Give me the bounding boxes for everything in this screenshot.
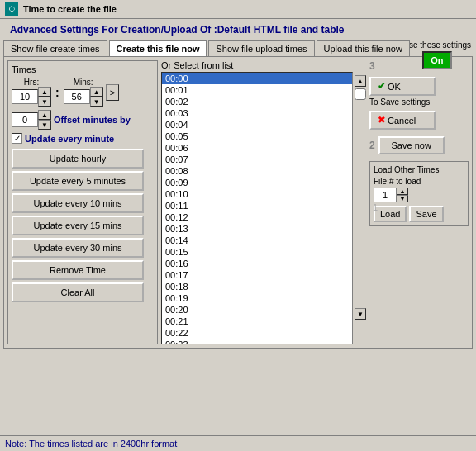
time-list-item[interactable]: 00:06 — [162, 142, 352, 154]
tab-show-create[interactable]: Show file create times — [3, 40, 107, 56]
mins-arrows: ▲ ▼ — [90, 87, 103, 107]
hrs-spinner: ▲ ▼ — [12, 87, 51, 107]
time-list-item[interactable]: 00:03 — [162, 107, 352, 119]
time-list-item[interactable]: 00:21 — [162, 316, 352, 327]
file-label: File # to load — [374, 177, 464, 186]
badge-2: 2 — [369, 140, 375, 151]
load-other-title: Load Other Times — [374, 165, 464, 174]
time-list-container[interactable]: 00:0000:0100:0200:0300:0400:0500:0600:07… — [161, 72, 353, 344]
number-label-1: 1 — [373, 202, 378, 212]
list-scroll-down[interactable]: ▼ — [355, 308, 366, 320]
cancel-x-icon: ✖ — [378, 115, 385, 126]
hrs-arrows: ▲ ▼ — [38, 87, 51, 107]
time-list-item[interactable]: 00:07 — [162, 154, 352, 165]
time-list-item[interactable]: 00:22 — [162, 327, 352, 339]
list-checkbox[interactable] — [355, 88, 366, 100]
mins-down-btn[interactable]: ▼ — [90, 97, 103, 107]
list-scroll-up[interactable]: ▲ — [355, 75, 366, 87]
mins-spinner: ▲ ▼ — [64, 87, 103, 107]
file-up-btn[interactable]: ▲ — [397, 188, 408, 195]
time-list-item[interactable]: 00:00 — [162, 73, 352, 84]
update-hourly-btn[interactable]: Update hourly — [12, 149, 144, 169]
file-spinner: ▲ ▼ — [374, 188, 464, 202]
time-list-item[interactable]: 00:14 — [162, 235, 352, 246]
update-10min-btn[interactable]: Update every 10 mins — [12, 193, 144, 213]
right-panel: 3 ✔ OK To Save settings ✖ Cancel 2 Save … — [369, 60, 469, 344]
mins-up-btn[interactable]: ▲ — [90, 87, 103, 97]
load-button[interactable]: Load — [374, 206, 407, 222]
load-other-box: Load Other Times File # to load ▲ ▼ Load… — [369, 161, 469, 226]
hrs-label: Hrs: — [24, 78, 39, 87]
time-list: 00:0000:0100:0200:0300:0400:0500:0600:07… — [162, 73, 352, 344]
to-save-label: To Save settings — [369, 97, 469, 107]
ok-label: OK — [388, 82, 401, 92]
offset-up-btn[interactable]: ▲ — [38, 110, 51, 120]
time-list-item[interactable]: 00:10 — [162, 188, 352, 200]
time-list-item[interactable]: 00:18 — [162, 281, 352, 292]
time-list-item[interactable]: 00:17 — [162, 269, 352, 281]
time-list-item[interactable]: 00:13 — [162, 223, 352, 235]
update-checkbox[interactable]: ✓ — [12, 133, 22, 144]
hrs-input[interactable] — [12, 89, 38, 104]
offset-spinner: ▲ ▼ — [12, 110, 51, 130]
time-list-item[interactable]: 00:19 — [162, 292, 352, 304]
time-list-item[interactable]: 00:01 — [162, 84, 352, 96]
mins-input[interactable] — [64, 89, 90, 104]
times-title: Times — [12, 64, 154, 74]
load-save-row: Load Save — [374, 206, 464, 222]
time-list-item[interactable]: 00:08 — [162, 165, 352, 177]
toggle-label: Use these settings — [403, 40, 471, 50]
file-input[interactable] — [374, 188, 397, 202]
arrow-right-btn[interactable]: > — [106, 84, 119, 101]
update-5min-btn[interactable]: Update every 5 minutes — [12, 171, 144, 191]
update-15min-btn[interactable]: Update every 15 mins — [12, 216, 144, 235]
title-icon: ⏱ — [5, 2, 18, 16]
save-button[interactable]: Save — [409, 206, 443, 222]
clear-all-btn[interactable]: Clear All — [12, 282, 144, 302]
tab-show-upload[interactable]: Show file upload times — [208, 40, 314, 56]
time-list-item[interactable]: 00:04 — [162, 119, 352, 131]
ok-checkmark-icon: ✔ — [378, 81, 385, 92]
hrs-mins-row: Hrs: ▲ ▼ : Mins: ▲ ▼ — [12, 78, 154, 107]
offset-row: ▲ ▼ Offset minutes by — [12, 110, 154, 130]
update-30min-btn[interactable]: Update every 30 mins — [12, 238, 144, 258]
time-list-item[interactable]: 00:12 — [162, 211, 352, 223]
time-list-item[interactable]: 00:02 — [162, 96, 352, 107]
title-bar: ⏱ Time to create the file — [0, 0, 476, 19]
offset-input[interactable] — [12, 112, 38, 127]
advanced-label: Advanced Settings For Creation/Upload Of… — [5, 21, 349, 39]
mins-group: Mins: ▲ ▼ — [64, 78, 103, 107]
cancel-button[interactable]: ✖ Cancel — [369, 111, 436, 130]
toggle-section: Use these settings On — [403, 40, 471, 69]
ok-button[interactable]: ✔ OK — [369, 77, 436, 96]
time-list-item[interactable]: 00:15 — [162, 246, 352, 258]
hrs-up-btn[interactable]: ▲ — [38, 87, 51, 97]
time-list-item[interactable]: 00:09 — [162, 177, 352, 188]
time-list-item[interactable]: 00:16 — [162, 258, 352, 269]
time-list-item[interactable]: 00:23 — [162, 339, 352, 344]
time-list-item[interactable]: 00:05 — [162, 131, 352, 142]
offset-down-btn[interactable]: ▼ — [38, 120, 51, 130]
advanced-value: Default HTML file and table — [217, 24, 345, 36]
tab-upload-now[interactable]: Upload this file now — [317, 40, 410, 56]
file-arrows: ▲ ▼ — [397, 188, 408, 202]
save-now-button[interactable]: Save now — [378, 136, 445, 154]
time-list-item[interactable]: 00:20 — [162, 304, 352, 316]
or-select-label: Or Select from list — [161, 60, 366, 70]
status-bar: Note: The times listed are in 2400hr for… — [0, 435, 476, 451]
times-panel: Times Hrs: ▲ ▼ : Mins: ▲ — [7, 60, 158, 344]
remove-time-btn[interactable]: Remove Time — [12, 260, 144, 280]
offset-arrows: ▲ ▼ — [38, 110, 51, 130]
file-down-btn[interactable]: ▼ — [397, 195, 408, 202]
checkbox-row: ✓ Update every minute — [12, 133, 154, 144]
badge-3: 3 — [369, 60, 375, 72]
time-list-item[interactable]: 00:11 — [162, 200, 352, 211]
title-text: Time to create the file — [23, 4, 117, 14]
toggle-button[interactable]: On — [422, 51, 452, 69]
offset-label: Offset minutes by — [54, 115, 131, 125]
tab-create-now[interactable]: Create this file now — [109, 40, 207, 56]
cancel-label: Cancel — [388, 116, 416, 126]
update-checkbox-label: Update every minute — [25, 134, 114, 144]
hrs-down-btn[interactable]: ▼ — [38, 97, 51, 107]
center-panel: Or Select from list 00:0000:0100:0200:03… — [161, 60, 366, 344]
